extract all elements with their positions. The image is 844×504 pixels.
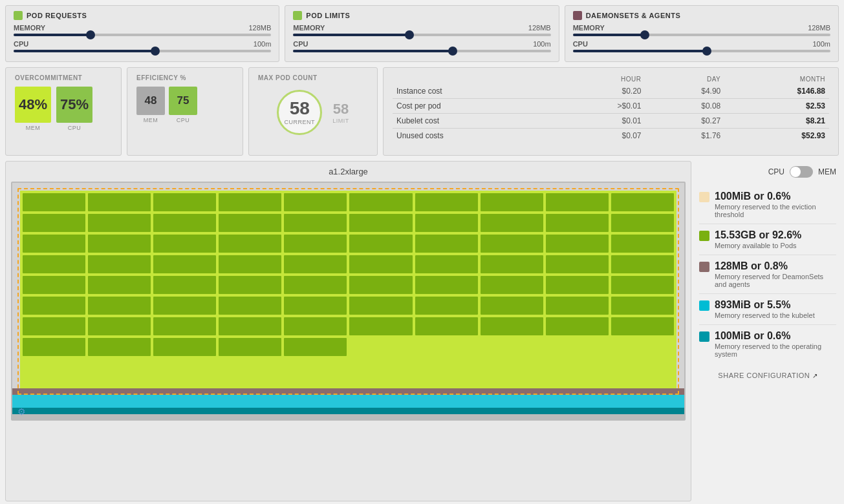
pod-cell [23, 255, 85, 273]
legend-list: 100MiB or 0.6% Memory reserved to the ev… [699, 185, 836, 363]
pod-cell [23, 338, 85, 356]
pod-cell [349, 359, 412, 377]
daemonsets-memory-track[interactable] [573, 34, 830, 36]
overcommitment-cpu-wrap: 75% CPU [56, 87, 92, 131]
legend-item: 100MiB or 0.6% Memory reserved to the op… [699, 325, 836, 363]
pod-cell [284, 338, 347, 356]
pod-cell [284, 255, 347, 273]
legend-item: 15.53GB or 92.6% Memory available to Pod… [699, 224, 836, 255]
pod-limits-panel: POD LIMITS MEMORY 128MB CPU 100m [285, 5, 559, 62]
pod-cell [546, 276, 609, 294]
pod-cell [23, 235, 85, 253]
pod-cell [88, 276, 151, 294]
legend-text: 100MiB or 0.6% Memory reserved to the op… [715, 330, 836, 358]
cost-table: HOUR DAY MONTH Instance cost$0.20$4.90$1… [393, 74, 829, 143]
pod-cell [415, 193, 478, 211]
pod-cell [284, 276, 347, 294]
pod-requests-memory-track[interactable] [14, 34, 271, 36]
legend-swatch [699, 300, 709, 311]
pod-cell [546, 214, 609, 232]
pod-cell [88, 359, 151, 377]
overcommitment-title: OVERCOMMITMENT [15, 74, 112, 81]
daemonsets-panel: DAEMONSETS & AGENTS MEMORY 128MB CPU 100… [565, 5, 839, 62]
pod-current-number: 58 [290, 100, 310, 118]
pod-cell [284, 214, 347, 232]
legend-swatch [699, 192, 709, 202]
pod-cell [546, 255, 609, 273]
share-configuration-button[interactable]: SHARE CONFIGURATION [718, 372, 810, 379]
legend-text: 128MB or 0.8% Memory reserved for Deamon… [715, 260, 836, 288]
right-legend: CPU MEM 100MiB or 0.6% Memory reserved t… [697, 161, 839, 501]
pod-cell [153, 193, 216, 211]
legend-swatch [699, 331, 709, 342]
pod-requests-cpu-track[interactable] [14, 50, 271, 52]
efficiency-box: EFFICIENCY % 48 MEM 75 CPU [127, 67, 243, 156]
pod-cell [481, 297, 543, 315]
efficiency-cpu-wrap: 75 CPU [169, 87, 197, 123]
pod-cell [611, 235, 674, 253]
pod-cell [611, 276, 674, 294]
table-row: Kubelet cost$0.01$0.27$8.21 [393, 114, 829, 129]
pod-cell [415, 235, 478, 253]
pod-limits-memory-row: MEMORY 128MB [293, 24, 550, 36]
pod-cell [546, 359, 609, 377]
col-day: DAY [645, 74, 725, 84]
pod-cell [546, 235, 609, 253]
pod-cell [153, 276, 216, 294]
efficiency-mem-wrap: 48 MEM [136, 87, 165, 123]
daemonsets-cpu-track[interactable] [573, 50, 830, 52]
table-row: Instance cost$0.20$4.90$146.88 [393, 84, 829, 99]
overcommitment-mem-wrap: 48% MEM [15, 87, 51, 131]
pod-limits-cpu-track[interactable] [293, 50, 550, 52]
pod-cell [219, 255, 281, 273]
pod-limit-label: LIMIT [332, 118, 349, 124]
cpu-mem-toggle[interactable] [790, 166, 813, 178]
overcommitment-cpu-badge: 75% [56, 87, 92, 123]
pod-cell [88, 235, 151, 253]
efficiency-badges: 48 MEM 75 CPU [136, 87, 233, 123]
col-month: MONTH [724, 74, 829, 84]
pod-requests-panel: POD REQUESTS MEMORY 128MB CPU 100m [5, 5, 279, 62]
efficiency-cpu-badge: 75 [169, 87, 197, 115]
pod-cell [415, 338, 478, 356]
node-title: a1.2xlarge [11, 167, 686, 176]
overcommitment-badges: 48% MEM 75% CPU [15, 87, 112, 131]
pod-cell [88, 297, 151, 315]
pod-cell [219, 235, 281, 253]
legend-item: 128MB or 0.8% Memory reserved for Deamon… [699, 255, 836, 294]
pod-cell [611, 193, 674, 211]
max-pod-count-title: MAX POD COUNT [258, 74, 368, 81]
pod-requests-icon [14, 11, 23, 20]
pod-cell [284, 359, 347, 377]
col-hour: HOUR [552, 74, 645, 84]
settings-icon[interactable]: ⚙ [17, 406, 28, 417]
daemonsets-memory-row: MEMORY 128MB [573, 24, 830, 36]
table-row: Cost per pod>$0.01$0.08$2.53 [393, 99, 829, 114]
pod-cell [611, 338, 674, 356]
pod-cell [481, 235, 543, 253]
daemonsets-title: DAEMONSETS & AGENTS [573, 11, 830, 20]
pod-cell [481, 214, 543, 232]
bar-gray [12, 414, 684, 419]
legend-text: 893MiB or 5.5% Memory reserved to the ku… [715, 299, 815, 319]
pod-cell [153, 214, 216, 232]
pod-count-wrap: 58 CURRENT 58 LIMIT [258, 87, 368, 138]
toggle-mem-label: MEM [818, 167, 836, 176]
pod-limits-icon [293, 11, 302, 20]
pod-limits-memory-track[interactable] [293, 34, 550, 36]
node-canvas: ⚙ [11, 182, 686, 421]
bar-cyan-light [12, 395, 684, 408]
pod-cell [481, 255, 543, 273]
pod-cell [88, 338, 151, 356]
pod-cell [415, 297, 478, 315]
pod-cell [219, 193, 281, 211]
toggle-row: CPU MEM [699, 166, 836, 178]
pod-cell [88, 317, 151, 335]
pod-cell [611, 255, 674, 273]
pod-cell [219, 297, 281, 315]
share-row: SHARE CONFIGURATION ↗ [699, 371, 836, 380]
pod-cell [611, 297, 674, 315]
pod-limit: 58 LIMIT [332, 101, 349, 124]
pod-cell [219, 276, 281, 294]
pod-cell [23, 297, 85, 315]
